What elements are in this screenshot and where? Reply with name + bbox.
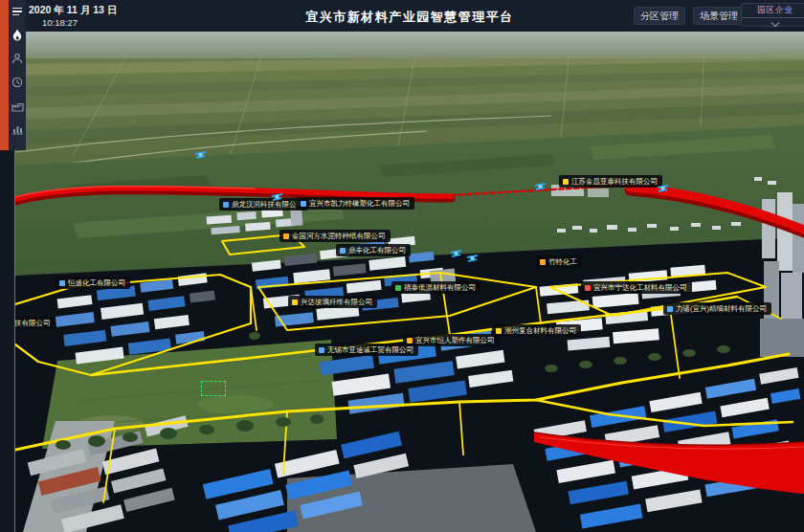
- company-icon: [395, 285, 401, 291]
- scene-management-button[interactable]: 场景管理: [693, 7, 745, 25]
- sidebar-item-history[interactable]: [9, 75, 26, 90]
- company-icon: [540, 259, 546, 265]
- factory-icon: [11, 100, 24, 112]
- company-label-text: 福泰低温材料有限公司: [404, 283, 476, 293]
- company-icon: [283, 233, 289, 239]
- company-label-text: 金国河方水泥特种纸有限公司: [292, 232, 386, 241]
- company-label-text: 恒盛化工有限公司: [68, 278, 125, 288]
- company-label-text: 潮州复合材料有限公司: [504, 326, 576, 336]
- company-label-text: 竹特化工: [548, 257, 577, 267]
- history-icon: [11, 77, 23, 88]
- drone-marker[interactable]: [534, 178, 547, 188]
- company-label[interactable]: 力诺(宜兴)精细材料有限公司: [663, 302, 771, 315]
- top-header-bar: 2020 年 11 月 13 日 10:18:27 宜兴市新材料产业园智慧管理平…: [15, 0, 804, 32]
- company-label[interactable]: 恒盛化工有限公司: [56, 277, 130, 289]
- company-label-text: 江苏金昌亚泰科技有限公司: [571, 177, 658, 187]
- flame-icon: [11, 29, 23, 41]
- sidebar-item-enterprises[interactable]: [9, 99, 26, 114]
- drone-marker[interactable]: [450, 245, 462, 255]
- drone-marker[interactable]: [657, 180, 669, 189]
- company-icon: [563, 179, 569, 185]
- dropdown-label: 园区企业: [742, 5, 804, 16]
- company-label[interactable]: 兴达玻璃纤维有限公司: [288, 296, 377, 308]
- company-label[interactable]: 鼎丰化工有限公司: [336, 244, 411, 256]
- left-sidebar: [0, 0, 26, 150]
- map-annotation-overlay: 鼎龙汉润科技有限公司宜兴市凯力特橡塑化工有限公司金国河方水泥特种纸有限公司鼎丰化…: [0, 0, 804, 532]
- company-label[interactable]: 宜兴市恒人塑件有限公司: [403, 334, 500, 346]
- chevron-down-icon: [771, 19, 779, 27]
- company-label-text: 宜兴市宁达化工材料有限公司: [593, 283, 687, 293]
- company-label[interactable]: 福泰低温材料有限公司: [391, 281, 480, 294]
- company-label[interactable]: 宜兴市凯力特橡塑化工有限公司: [297, 197, 414, 210]
- company-label-text: 兴达玻璃纤维有限公司: [301, 298, 372, 307]
- company-label[interactable]: 金国河方水泥特种纸有限公司: [279, 230, 391, 242]
- drone-marker[interactable]: [194, 146, 207, 156]
- company-label[interactable]: 潮州复合材料有限公司: [492, 324, 581, 337]
- zone-management-button[interactable]: 分区管理: [634, 7, 685, 25]
- company-label-text: 力诺(宜兴)精细材料有限公司: [676, 304, 767, 314]
- company-label-text: 无锡市亚迪诚工贸有限公司: [327, 345, 413, 355]
- drone-marker[interactable]: [466, 250, 479, 259]
- company-icon: [292, 299, 298, 305]
- company-icon: [319, 347, 324, 353]
- sidebar-item-statistics[interactable]: [9, 122, 26, 137]
- company-label-text: 宜兴市恒人塑件有限公司: [415, 336, 495, 345]
- hamburger-icon: [12, 8, 22, 16]
- company-icon: [301, 201, 306, 207]
- sidebar-item-personnel[interactable]: [9, 51, 26, 66]
- company-label[interactable]: 竹特化工: [536, 255, 582, 268]
- company-label-text: 宜兴市凯力特橡塑化工有限公司: [309, 199, 410, 209]
- selection-box: [201, 381, 226, 396]
- park-enterprise-dropdown[interactable]: 园区企业: [741, 3, 804, 27]
- page-title: 宜兴市新材料产业园智慧管理平台: [15, 9, 804, 26]
- sidebar-item-monitor[interactable]: [9, 27, 26, 42]
- company-icon: [340, 248, 346, 254]
- drone-marker[interactable]: [271, 188, 283, 198]
- hamburger-menu-button[interactable]: [9, 4, 26, 19]
- company-icon: [667, 306, 673, 312]
- company-label-text: 鼎丰化工有限公司: [348, 246, 406, 255]
- company-icon: [496, 328, 502, 334]
- sidebar-accent-bar: [0, 0, 9, 150]
- company-icon: [223, 202, 229, 208]
- company-icon: [407, 338, 413, 344]
- bar-chart-icon: [11, 123, 24, 135]
- company-icon: [59, 280, 65, 286]
- user-icon: [11, 53, 23, 64]
- company-label[interactable]: 宜兴市宁达化工材料有限公司: [581, 281, 692, 294]
- dropdown-divider: [742, 17, 804, 18]
- company-icon: [585, 285, 591, 291]
- company-label[interactable]: 江苏金昌亚泰科技有限公司: [559, 175, 662, 188]
- app-window: 鼎龙汉润科技有限公司宜兴市凯力特橡塑化工有限公司金国河方水泥特种纸有限公司鼎丰化…: [0, 0, 804, 532]
- company-label[interactable]: 鼎龙汉润科技有限公司: [219, 198, 308, 211]
- company-label-text: 鼎龙汉润科技有限公司: [232, 200, 303, 210]
